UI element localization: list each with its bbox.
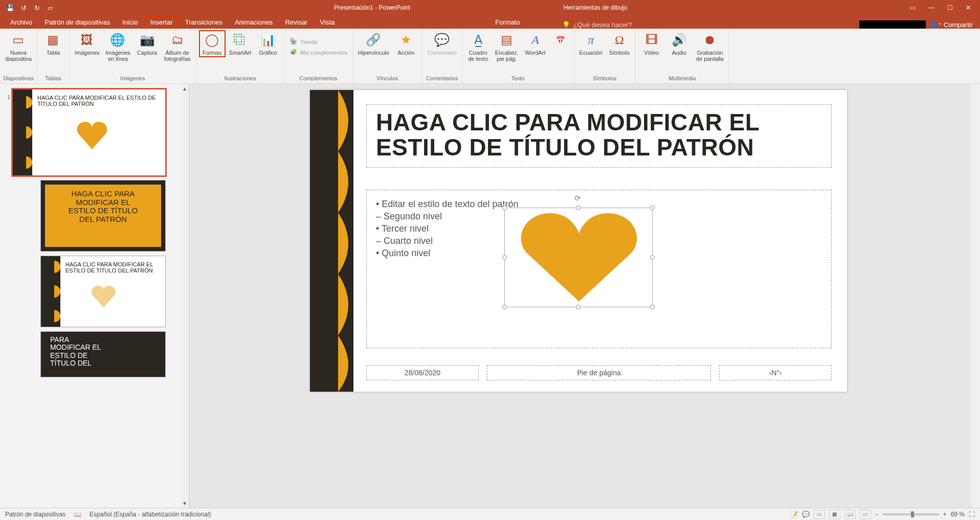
layout-thumbnail[interactable]: HAGA CLIC PARA MODIFICAR EL ESTILO DE TÍ… — [40, 180, 166, 252]
footer-placeholder[interactable]: Pie de página — [487, 365, 711, 380]
selected-heart-shape[interactable]: ⟳ — [504, 208, 653, 307]
undo-icon[interactable]: ↺ — [19, 4, 28, 12]
equation-button[interactable]: πEcuación — [577, 31, 605, 57]
save-icon[interactable]: 💾 — [6, 4, 14, 12]
close-icon[interactable]: ✕ — [966, 4, 971, 11]
vertical-scrollbar[interactable] — [971, 84, 980, 508]
minimize-icon[interactable]: — — [928, 4, 934, 11]
tell-me-search[interactable]: 💡 ¿Qué desea hacer? — [562, 21, 632, 29]
shapes-icon: ◯ — [204, 32, 220, 48]
images-button[interactable]: 🖼Imágenes — [73, 31, 101, 57]
wordart-button[interactable]: AWordArt — [523, 31, 548, 57]
share-button[interactable]: 👤⁺ Compartir — [930, 21, 973, 29]
tab-view[interactable]: Vista — [314, 16, 341, 29]
link-icon: 🔗 — [365, 32, 382, 48]
screen-recording-button[interactable]: ⏺Grabación de pantalla — [694, 31, 726, 63]
comments-status-button[interactable]: 💬 — [802, 511, 810, 518]
table-button[interactable]: ▦Tabla — [40, 31, 66, 57]
notes-button[interactable]: 📝 — [790, 511, 798, 518]
online-images-button[interactable]: 🌐Imágenes en línea — [103, 31, 132, 63]
ribbon-tabs: Archivo Patrón de diapositivas Inicio In… — [0, 15, 980, 29]
slide-number-placeholder[interactable]: ‹N°› — [719, 365, 832, 380]
scroll-up-icon[interactable]: ▲ — [181, 84, 189, 93]
tab-insert[interactable]: Insertar — [144, 16, 179, 29]
master-thumbnail[interactable]: HAGA CLIC PARA MODIFICAR EL ESTILO DE TÍ… — [12, 89, 166, 176]
text-extras-button[interactable]: 📅 — [550, 31, 571, 49]
smartart-button[interactable]: ⿻SmartArt — [227, 31, 253, 57]
slide-canvas[interactable]: HAGA CLIC PARA MODIFICAR EL ESTILO DE TÍ… — [310, 90, 847, 392]
smartart-label: SmartArt — [229, 50, 251, 56]
audio-button[interactable]: 🔊Audio — [666, 31, 692, 57]
my-addins-button[interactable]: 🧩Mis complementos — [287, 48, 349, 58]
resize-handle[interactable] — [650, 206, 655, 210]
header-footer-button[interactable]: ▤Encabez. pie pág. — [493, 31, 521, 63]
tab-transitions[interactable]: Transiciones — [179, 16, 229, 29]
tab-format[interactable]: Formato — [489, 16, 526, 29]
date-placeholder[interactable]: 28/08/2020 — [366, 365, 479, 380]
resize-handle[interactable] — [502, 305, 507, 309]
language-status[interactable]: Español (España - alfabetización tradici… — [90, 511, 211, 518]
resize-handle[interactable] — [650, 305, 655, 309]
sorter-view-button[interactable]: ▦ — [829, 510, 840, 519]
zoom-level[interactable]: 69 % — [951, 511, 965, 518]
shapes-button[interactable]: ◯Formas — [199, 31, 225, 57]
new-slide-button[interactable]: ▭Nueva diapositiva — [3, 31, 34, 63]
slide-thumbnail-pane[interactable]: 1 HAGA CLIC PARA MODIFICAR EL ESTILO DE … — [0, 84, 189, 508]
reading-view-button[interactable]: 📖 — [844, 510, 856, 519]
thumb4-title: PARA MODIFICAR EL ESTILO DE TÍTULO DEL — [50, 336, 101, 368]
slide-side-decoration — [310, 90, 353, 392]
album-label: Álbum de fotografías — [164, 50, 191, 62]
tab-animations[interactable]: Animaciones — [229, 16, 279, 29]
tab-file[interactable]: Archivo — [4, 16, 38, 29]
video-button[interactable]: 🎞Vídeo — [639, 31, 664, 57]
group-tables-label: Tablas — [40, 74, 66, 82]
store-button[interactable]: 🏪Tienda — [287, 37, 349, 47]
slide-editor[interactable]: HAGA CLIC PARA MODIFICAR EL ESTILO DE TÍ… — [189, 84, 980, 508]
textbox-button[interactable]: A̲Cuadro de texto — [465, 31, 491, 63]
tab-slide-master[interactable]: Patrón de diapositivas — [38, 16, 116, 29]
heart-icon — [74, 120, 110, 151]
layout-thumbnail[interactable]: HAGA CLIC PARA MODIFICAR EL ESTILO DE TÍ… — [40, 256, 166, 327]
start-slideshow-icon[interactable]: ▱ — [46, 4, 54, 12]
date-text: 28/08/2020 — [405, 369, 440, 377]
thumbnail-scrollbar[interactable]: ▲ ▼ — [181, 84, 189, 508]
redo-icon[interactable]: ↻ — [33, 4, 41, 12]
spell-check-icon[interactable]: 📖 — [74, 511, 81, 518]
ribbon-options-icon[interactable]: ▭ — [910, 4, 916, 11]
resize-handle[interactable] — [502, 255, 507, 260]
photo-album-button[interactable]: 🗂Álbum de fotografías — [162, 31, 193, 63]
store-label: Tienda — [300, 39, 317, 45]
share-label: Compartir — [944, 21, 973, 29]
group-illustrations-label: Ilustraciones — [199, 74, 281, 82]
maximize-icon[interactable]: ☐ — [947, 4, 953, 11]
layout-thumbnail[interactable]: PARA MODIFICAR EL ESTILO DE TÍTULO DEL — [40, 331, 166, 377]
resize-handle[interactable] — [576, 305, 581, 309]
hyperlink-button[interactable]: 🔗Hipervínculo — [356, 31, 391, 57]
zoom-out-button[interactable]: − — [875, 511, 879, 518]
normal-view-button[interactable]: ▭ — [814, 510, 825, 519]
resize-handle[interactable] — [502, 206, 507, 210]
master-title-placeholder[interactable]: HAGA CLIC PARA MODIFICAR EL ESTILO DE TÍ… — [366, 104, 832, 168]
tab-home[interactable]: Inicio — [116, 16, 144, 29]
screenshot-button[interactable]: 📷Captura — [135, 31, 160, 57]
scroll-down-icon[interactable]: ▼ — [181, 499, 189, 508]
chart-button[interactable]: 📊Gráfico — [255, 31, 281, 57]
pi-icon: π — [583, 32, 599, 48]
action-button[interactable]: ★Acción — [393, 31, 419, 57]
zoom-in-button[interactable]: + — [943, 511, 947, 518]
slideshow-view-button[interactable]: ▭ — [860, 510, 871, 519]
rotate-handle-icon[interactable]: ⟳ — [574, 194, 583, 202]
fit-to-window-button[interactable]: ⛶ — [969, 511, 975, 518]
resize-handle[interactable] — [650, 255, 655, 260]
action-icon: ★ — [398, 32, 414, 48]
shapes-label: Formas — [203, 50, 221, 56]
audio-icon: 🔊 — [671, 32, 687, 48]
account-name[interactable] — [859, 20, 926, 29]
symbol-button[interactable]: ΩSímbolo — [607, 31, 632, 57]
tab-review[interactable]: Revisar — [279, 16, 314, 29]
resize-handle[interactable] — [576, 206, 581, 210]
heart-icon — [510, 211, 648, 305]
new-slide-label: Nueva diapositiva — [5, 50, 32, 62]
share-icon: 👤⁺ — [930, 21, 942, 29]
zoom-slider[interactable] — [883, 513, 939, 515]
